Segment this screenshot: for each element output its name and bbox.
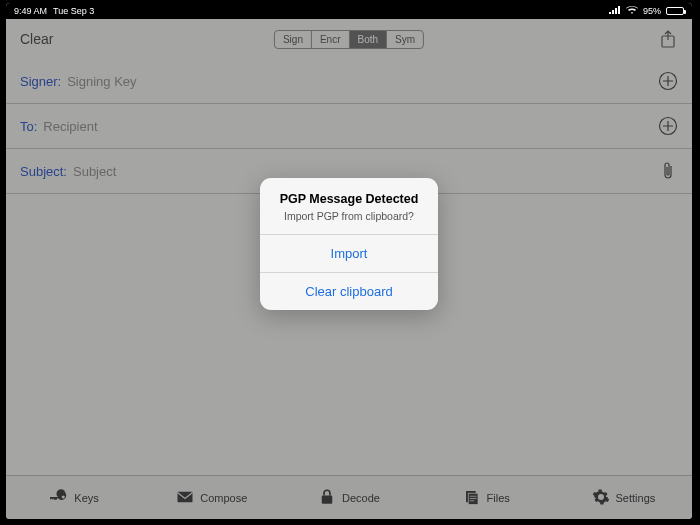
to-row[interactable]: To: Recipient bbox=[6, 104, 692, 149]
alert-title: PGP Message Detected bbox=[272, 192, 426, 206]
cellular-icon bbox=[609, 6, 621, 16]
add-signer-icon[interactable] bbox=[658, 71, 678, 91]
files-icon bbox=[463, 488, 481, 508]
tab-settings-label: Settings bbox=[616, 492, 656, 504]
signer-field[interactable]: Signing Key bbox=[67, 74, 658, 89]
alert-message: Import PGP from clipboard? bbox=[272, 210, 426, 222]
svg-rect-7 bbox=[178, 491, 193, 502]
tab-files-label: Files bbox=[487, 492, 510, 504]
svg-rect-0 bbox=[609, 12, 611, 14]
tab-decode[interactable]: Decode bbox=[280, 476, 417, 519]
mode-segmented-control[interactable]: Sign Encr Both Sym bbox=[274, 30, 424, 49]
gear-icon bbox=[592, 488, 610, 508]
segment-sym[interactable]: Sym bbox=[387, 31, 423, 48]
signer-label: Signer: bbox=[20, 74, 61, 89]
status-date: Tue Sep 3 bbox=[53, 6, 94, 16]
tab-bar: Keys Compose Decode Files Settings bbox=[6, 475, 692, 519]
status-time: 9:49 AM bbox=[14, 6, 47, 16]
app-window: 9:49 AM Tue Sep 3 95% Clear Sign Encr Bo… bbox=[6, 3, 692, 519]
envelope-icon bbox=[176, 488, 194, 508]
svg-rect-8 bbox=[322, 495, 333, 503]
to-label: To: bbox=[20, 119, 37, 134]
battery-icon bbox=[666, 7, 684, 15]
add-recipient-icon[interactable] bbox=[658, 116, 678, 136]
subject-field[interactable]: Subject bbox=[73, 164, 658, 179]
share-icon[interactable] bbox=[658, 29, 678, 49]
clear-button[interactable]: Clear bbox=[20, 31, 53, 47]
import-button[interactable]: Import bbox=[260, 234, 438, 272]
tab-files[interactable]: Files bbox=[418, 476, 555, 519]
segment-encr[interactable]: Encr bbox=[312, 31, 350, 48]
alert-dialog: PGP Message Detected Import PGP from cli… bbox=[260, 178, 438, 310]
to-field[interactable]: Recipient bbox=[43, 119, 658, 134]
attachment-icon[interactable] bbox=[658, 161, 678, 181]
svg-rect-2 bbox=[615, 8, 617, 14]
wifi-icon bbox=[626, 6, 638, 17]
clear-clipboard-button[interactable]: Clear clipboard bbox=[260, 272, 438, 310]
tab-keys[interactable]: Keys bbox=[6, 476, 143, 519]
svg-rect-1 bbox=[612, 10, 614, 14]
tab-decode-label: Decode bbox=[342, 492, 380, 504]
battery-percent: 95% bbox=[643, 6, 661, 16]
segment-sign[interactable]: Sign bbox=[275, 31, 312, 48]
signer-row[interactable]: Signer: Signing Key bbox=[6, 59, 692, 104]
subject-label: Subject: bbox=[20, 164, 67, 179]
tab-compose[interactable]: Compose bbox=[143, 476, 280, 519]
compose-toolbar: Clear Sign Encr Both Sym bbox=[6, 19, 692, 59]
lock-icon bbox=[318, 488, 336, 508]
status-bar: 9:49 AM Tue Sep 3 95% bbox=[6, 3, 692, 19]
segment-both[interactable]: Both bbox=[350, 31, 388, 48]
tab-compose-label: Compose bbox=[200, 492, 247, 504]
svg-rect-3 bbox=[618, 6, 620, 14]
tab-keys-label: Keys bbox=[74, 492, 98, 504]
tab-settings[interactable]: Settings bbox=[555, 476, 692, 519]
key-icon bbox=[50, 488, 68, 508]
